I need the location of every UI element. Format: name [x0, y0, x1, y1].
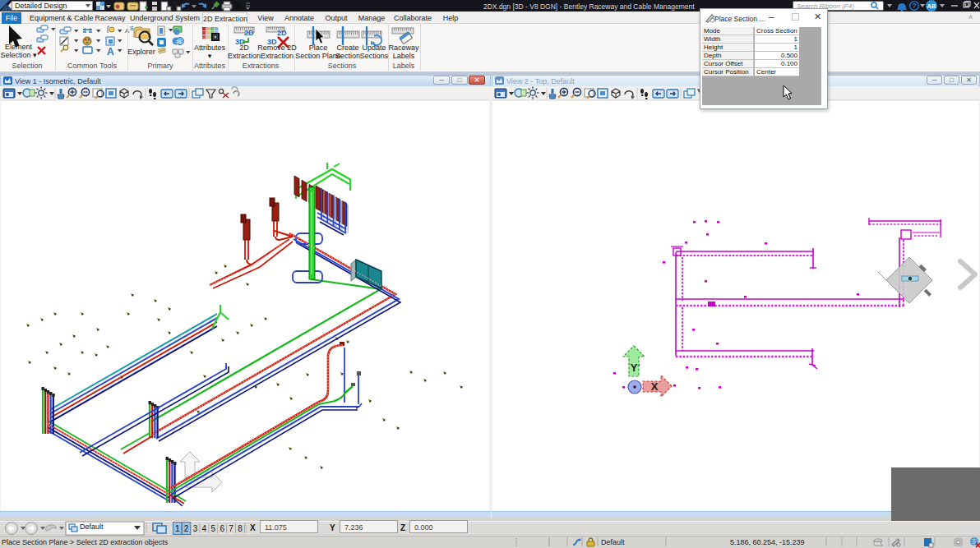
svg-text:2D: 2D	[244, 29, 254, 37]
svg-text:3: 3	[193, 524, 198, 533]
svg-text:2: 2	[184, 524, 189, 533]
svg-text:B: B	[130, 25, 134, 31]
svg-text:AB: AB	[927, 2, 936, 10]
svg-text:?: ?	[912, 2, 917, 10]
svg-text:01: 01	[176, 39, 182, 44]
svg-text:6: 6	[220, 524, 224, 533]
svg-text:1: 1	[175, 524, 180, 533]
svg-text:X: X	[651, 380, 659, 393]
svg-text:7: 7	[229, 524, 233, 533]
svg-text:4: 4	[202, 524, 207, 533]
svg-text:A: A	[107, 46, 114, 58]
svg-text:5: 5	[211, 524, 216, 533]
svg-text:8: 8	[238, 524, 243, 533]
svg-text:2D: 2D	[277, 29, 287, 37]
svg-text:Y: Y	[631, 361, 638, 374]
